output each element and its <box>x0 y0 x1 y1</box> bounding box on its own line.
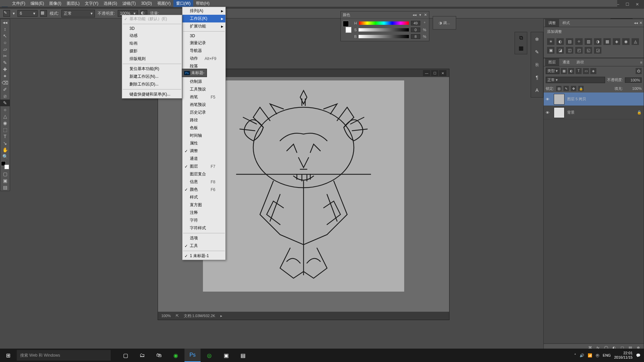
menu-item-色板[interactable]: 色板 <box>182 124 225 132</box>
adjust-icon-14[interactable]: ◱ <box>585 47 592 54</box>
color-swatch-tools[interactable] <box>1 161 9 169</box>
adjust-icon-11[interactable]: ◪ <box>556 47 564 54</box>
hue-value[interactable]: 49 <box>411 21 420 25</box>
paragraph-icon[interactable]: ¶ <box>533 73 541 82</box>
menu-item-属性[interactable]: 属性 <box>182 139 225 147</box>
adjust-icon-1[interactable]: ◐ <box>556 38 564 45</box>
network-icon[interactable]: 📶 <box>588 353 592 358</box>
brush-preset-dropdown[interactable]: 6▾ <box>17 10 38 17</box>
menu-item-信息[interactable]: 信息F8 <box>182 178 225 186</box>
tool-19[interactable]: 🔍 <box>0 153 10 160</box>
menu-item-字符样式[interactable]: 字符样式 <box>182 224 225 232</box>
menu-item-图层复合[interactable]: 图层复合 <box>182 170 225 178</box>
visibility-icon[interactable]: 👁 <box>546 111 551 115</box>
layer-name[interactable]: 背景 <box>567 110 634 115</box>
layer-filter-type[interactable]: 类型 ▾ <box>546 68 559 74</box>
doc-maximize-button[interactable]: ☐ <box>431 70 438 76</box>
submenu-item-删除工作区(D)...[interactable]: 删除工作区(D)... <box>122 80 182 88</box>
adjust-icon-13[interactable]: ◰ <box>575 47 583 54</box>
volume-icon[interactable]: 🔊 <box>580 353 584 358</box>
tool-5[interactable]: ✎ <box>0 59 10 66</box>
screenmode-2[interactable]: ▤ <box>0 184 10 191</box>
lock-pos-icon[interactable]: ✥ <box>571 86 576 91</box>
filter-adjust-icon[interactable]: ◐ <box>568 68 574 74</box>
system-clock[interactable]: 22:01 2016/11/15 <box>614 351 633 360</box>
layer-thumb[interactable] <box>554 94 565 105</box>
explorer-icon[interactable]: 🗂 <box>134 349 150 362</box>
menu-item-路径[interactable]: 路径 <box>182 116 225 124</box>
menu-item-样式[interactable]: 样式 <box>182 193 225 201</box>
adjust-icon-5[interactable]: ◑ <box>594 38 601 45</box>
tool-17[interactable]: ↘ <box>0 140 10 146</box>
menu-item-图层[interactable]: ✓图层F7 <box>182 163 225 170</box>
current-tool-icon[interactable]: ✎ <box>3 10 10 17</box>
submenu-item-键盘快捷键和菜单(K)...[interactable]: 键盘快捷键和菜单(K)... <box>122 90 182 98</box>
tab-styles[interactable]: 样式 <box>559 19 573 27</box>
adjust-icon-7[interactable]: ◈ <box>613 38 620 45</box>
menu-item-1 未标题-1[interactable]: ✓1 未标题-1 <box>182 252 225 260</box>
submenu-item-3D[interactable]: 3D <box>122 25 182 32</box>
blend-mode-dropdown[interactable]: 正常▾ <box>61 10 95 17</box>
screenmode-0[interactable]: ▢ <box>0 171 10 177</box>
lock-all-icon[interactable]: 🔒 <box>578 86 584 91</box>
filter-smart-icon[interactable]: ◈ <box>590 68 596 74</box>
menu-滤镜(T)[interactable]: 滤镜(T) <box>120 0 138 7</box>
submenu-item-绘画[interactable]: 绘画 <box>122 40 182 47</box>
zoom-level[interactable]: 100% <box>161 314 171 318</box>
photoshop-icon[interactable]: Ps <box>184 349 201 362</box>
tool-7[interactable]: ✦ <box>0 73 10 79</box>
lock-pixel-icon[interactable]: ✎ <box>564 86 569 91</box>
menu-item-工具[interactable]: ✓工具 <box>182 242 225 250</box>
adjust-icon-10[interactable]: ▣ <box>547 47 554 54</box>
tools-collapse-icon[interactable]: ◂◂ <box>0 19 10 26</box>
lock-trans-icon[interactable]: ▨ <box>556 86 561 91</box>
menu-item-历史记录[interactable]: 历史记录 <box>182 109 225 116</box>
menu-窗口(W)[interactable]: 窗口(W) <box>173 0 193 7</box>
menu-item-注释[interactable]: 注释 <box>182 209 225 217</box>
panel-collapse-icon[interactable]: ◂◂ <box>634 21 638 25</box>
menu-item-时间轴[interactable]: 时间轴 <box>182 132 225 139</box>
menu-item-动作[interactable]: 动作Alt+F9 <box>182 55 225 62</box>
app-icon-1[interactable]: ▣ <box>218 349 234 362</box>
tab-layers[interactable]: 图层 <box>545 58 559 66</box>
tool-4[interactable]: ✂ <box>0 53 10 59</box>
adjust-icon-9[interactable]: ◬ <box>632 38 639 45</box>
tab-channels[interactable]: 通道 <box>559 58 573 66</box>
layer-thumb[interactable] <box>554 107 565 118</box>
tab-paths[interactable]: 路径 <box>573 58 587 66</box>
adjust-icon-8[interactable]: ◉ <box>622 38 630 45</box>
layer-row[interactable]: 👁背景🔒 <box>544 106 644 119</box>
adjust-icon-0[interactable]: ☀ <box>547 38 554 45</box>
tool-0[interactable]: ↕ <box>0 26 10 33</box>
visibility-icon[interactable]: 👁 <box>546 97 551 101</box>
panel-collapse-icon[interactable]: ◂◂ <box>413 13 417 17</box>
menu-item-选项[interactable]: 选项 <box>182 234 225 242</box>
character-icon[interactable]: A <box>533 86 541 95</box>
doc-minimize-button[interactable]: — <box>423 70 430 76</box>
submenu-item-基本功能（默认）(E)[interactable]: ✓基本功能（默认）(E) <box>122 15 182 23</box>
submenu-item-排版规则[interactable]: 排版规则 <box>122 55 182 63</box>
tool-10[interactable]: ⎚ <box>0 93 10 100</box>
action-center-icon[interactable]: 💬 <box>636 353 641 358</box>
brushes-icon[interactable]: ✎ <box>533 48 541 56</box>
layer-name[interactable]: 图层 5 拷贝 <box>567 97 634 102</box>
maximize-button[interactable]: ☐ <box>622 1 632 7</box>
spotify-icon[interactable]: ◎ <box>201 349 217 362</box>
adjust-float-icon[interactable]: ◑ 调... <box>433 16 456 29</box>
sat-value[interactable]: 0 <box>411 27 420 32</box>
layer-row[interactable]: 👁图层 5 拷贝 <box>544 93 644 106</box>
menu-item-测量记录[interactable]: 测量记录 <box>182 39 225 47</box>
doc-close-button[interactable]: ✕ <box>439 70 446 76</box>
submenu-item-动感[interactable]: 动感 <box>122 32 182 40</box>
tool-18[interactable]: ✋ <box>0 146 10 153</box>
filter-pixel-icon[interactable]: ▦ <box>561 68 567 74</box>
lang-indicator[interactable]: ENG <box>603 353 611 357</box>
tool-11[interactable]: ✎ <box>0 100 10 106</box>
menu-选择(S)[interactable]: 选择(S) <box>101 0 120 7</box>
adjust-icon-2[interactable]: ▤ <box>566 38 573 45</box>
menu-item-直方图[interactable]: 直方图 <box>182 201 225 209</box>
menu-编辑(E)[interactable]: 编辑(E) <box>28 0 47 7</box>
tool-8[interactable]: ⌫ <box>0 79 10 86</box>
wechat-icon[interactable]: ◉ <box>168 349 184 362</box>
doc-tab-peek[interactable]: Ps未标题- <box>182 69 207 77</box>
